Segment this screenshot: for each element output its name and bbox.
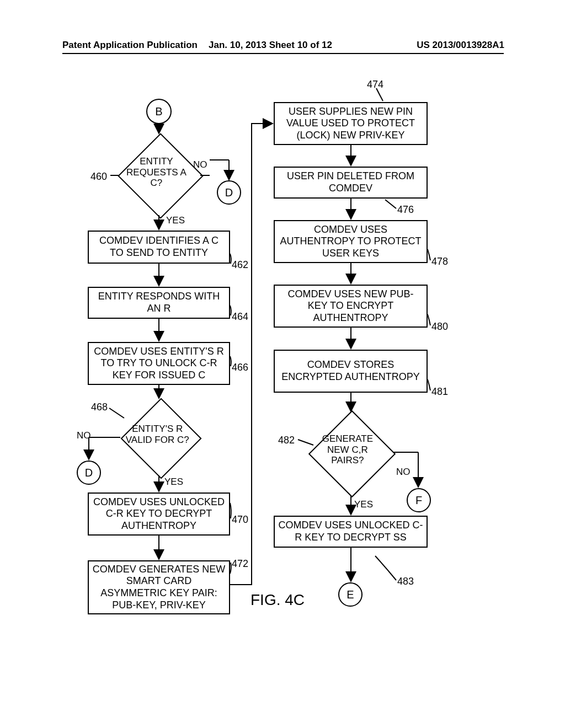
ref-478: 478	[431, 256, 448, 267]
box-481: COMDEV STORES ENCRYPTED AUTHENTROPY	[274, 350, 428, 393]
box-474: USER SUPPLIES NEW PIN VALUE USED TO PROT…	[274, 102, 428, 145]
connector-b: B	[146, 99, 172, 124]
no-label-468: NO	[77, 430, 91, 441]
ref-464: 464	[232, 311, 248, 323]
no-label-460: NO	[193, 159, 207, 170]
patent-figure-page: Patent Application Publication Jan. 10, …	[0, 0, 565, 728]
yes-label-460: YES	[166, 215, 185, 226]
connector-d-top: D	[217, 180, 241, 205]
box-478: COMDEV USES AUTHENTROPY TO PROTECT USER …	[274, 220, 428, 263]
box-480: COMDEV USES NEW PUB-KEY TO ENCRYPT AUTHE…	[274, 285, 428, 328]
connector-d-bottom: D	[77, 461, 101, 485]
svg-line-9	[109, 408, 124, 418]
header-right: US 2013/0013928A1	[417, 40, 504, 51]
no-label-482: NO	[396, 467, 411, 478]
ref-482: 482	[278, 435, 295, 446]
decision-460-text: ENTITY REQUESTS A C?	[121, 156, 191, 188]
ref-481: 481	[431, 386, 448, 398]
ref-466: 466	[232, 362, 248, 373]
decision-482: GENERATE NEW C,R PAIRS?	[308, 410, 396, 497]
yes-label-482: YES	[354, 499, 373, 510]
box-470: COMDEV USES UNLOCKED C-R KEY TO DECRYPT …	[88, 493, 230, 536]
header-rule	[62, 53, 504, 54]
connector-f: F	[407, 488, 431, 512]
ref-472: 472	[232, 558, 248, 570]
ref-468: 468	[91, 402, 108, 413]
decision-468-text: ENTITY'S R VALID FOR C?	[124, 424, 190, 445]
ref-474: 474	[367, 79, 383, 90]
header-left: Patent Application Publication	[62, 40, 198, 51]
ref-483: 483	[397, 576, 414, 587]
box-464: ENTITY RESPONDS WITH AN R	[88, 287, 230, 319]
decision-460: ENTITY REQUESTS A C?	[118, 133, 204, 219]
decision-468: ENTITY'S R VALID FOR C?	[120, 398, 201, 479]
connector-e: E	[338, 582, 363, 607]
yes-label-468: YES	[164, 477, 183, 488]
box-472: COMDEV GENERATES NEW SMART CARD ASYMMETR…	[88, 560, 230, 614]
box-476: USER PIN DELETED FROM COMDEV	[274, 167, 428, 199]
box-483: COMDEV USES UNLOCKED C-R KEY TO DECRYPT …	[274, 516, 428, 548]
ref-460: 460	[90, 171, 107, 183]
ref-476: 476	[397, 204, 414, 216]
box-466: COMDEV USES ENTITY'S R TO TRY TO UNLOCK …	[88, 342, 230, 385]
ref-462: 462	[232, 259, 248, 271]
decision-482-text: GENERATE NEW C,R PAIRS?	[312, 433, 384, 466]
box-462: COMDEV IDENTIFIES A C TO SEND TO ENTITY	[88, 231, 230, 264]
ref-470: 470	[232, 514, 248, 526]
figure-label: FIG. 4C	[250, 591, 305, 609]
header-mid: Jan. 10, 2013 Sheet 10 of 12	[209, 40, 332, 51]
ref-480: 480	[431, 321, 448, 333]
